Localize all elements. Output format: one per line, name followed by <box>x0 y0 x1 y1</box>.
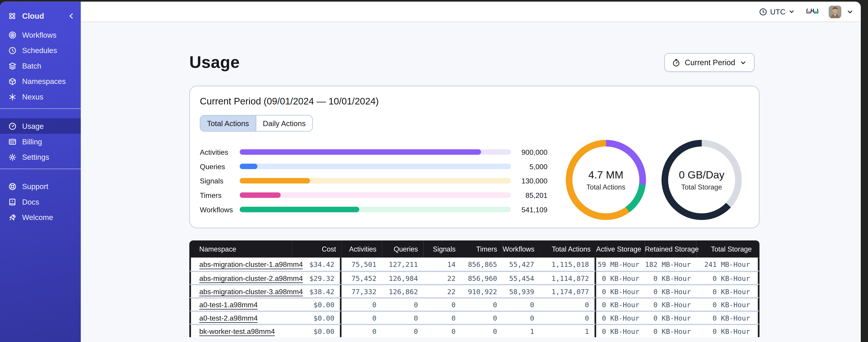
cell-cost: $0.00 <box>292 311 342 324</box>
sidebar-item-label: Welcome <box>22 213 53 221</box>
cell-activities: 75,501 <box>342 258 382 271</box>
bar-row-activities: Activities 900,000 <box>200 149 548 155</box>
sidebar-item-docs[interactable]: Docs <box>0 194 81 210</box>
timezone-label: UTC <box>770 7 785 16</box>
sidebar-item-nexus[interactable]: Nexus <box>0 89 81 104</box>
sidebar-brand-label: Cloud <box>22 11 44 20</box>
sidebar-item-settings[interactable]: Settings <box>0 149 81 165</box>
cell-total-actions: 1,115,018 <box>540 258 596 271</box>
cell-active-storage: 0 KB-Hour <box>596 271 645 284</box>
sidebar-item-label: Usage <box>22 122 44 130</box>
nexus-icon <box>8 92 17 101</box>
avatar[interactable] <box>829 5 841 18</box>
cell-active-storage: 0 KB-Hour <box>596 284 645 297</box>
cell-timers: 856,865 <box>461 258 503 271</box>
sidebar-collapse-icon[interactable] <box>67 12 75 20</box>
sidebar-item-usage[interactable]: Usage <box>0 118 81 134</box>
clock-icon <box>759 7 768 16</box>
cell-namespace: abs-migration-cluster-3.a98mm4 <box>189 284 292 297</box>
bar-value: 900,000 <box>511 148 548 156</box>
cell-workflows: 0 <box>503 311 540 324</box>
tab-daily-actions[interactable]: Daily Actions <box>255 115 312 131</box>
namespace-link[interactable]: abs-migration-cluster-3.a98mm4 <box>199 287 303 296</box>
cell-total-storage: 241 MB-Hour <box>696 258 759 271</box>
sidebar-item-billing[interactable]: Billing <box>0 134 81 149</box>
sidebar-item-label: Nexus <box>22 93 43 101</box>
col-header-total-storage[interactable]: Total Storage <box>696 240 759 258</box>
col-header-active-storage[interactable]: Active Storage <box>596 240 645 258</box>
sidebar-item-schedules[interactable]: Schedules <box>0 43 81 58</box>
col-header-signals[interactable]: Signals <box>423 240 461 258</box>
sidebar-item-batch[interactable]: Batch <box>0 58 81 73</box>
table-row: bk-worker-test.a98mm4 $0.00 0 0 0 0 1 1 … <box>189 324 760 337</box>
donut-center: 0 GB/Day Total Storage <box>668 146 735 213</box>
col-header-retained-storage[interactable]: Retained Storage <box>645 240 696 258</box>
namespace-link[interactable]: abs-migration-cluster-2.a98mm4 <box>199 274 303 282</box>
table-row: abs-migration-cluster-2.a98mm4 $29.32 75… <box>189 271 760 284</box>
bar-fill <box>240 149 481 155</box>
bar-fill <box>240 207 359 212</box>
cell-total-actions: 0 <box>540 297 596 311</box>
namespace-link[interactable]: a0-test-2.a98mm4 <box>199 314 257 322</box>
sidebar-item-label: Batch <box>22 62 41 70</box>
cell-retained-storage: 0 KB-Hour <box>645 271 696 284</box>
bar-value: 541,109 <box>511 205 548 214</box>
temporal-logo-icon <box>8 11 17 20</box>
cell-queries: 0 <box>382 297 424 311</box>
namespace-link[interactable]: bk-worker-test.a98mm4 <box>199 327 275 335</box>
bar-track <box>240 164 511 169</box>
sidebar-item-label: Namespaces <box>22 77 66 86</box>
sidebar-item-label: Schedules <box>22 46 57 55</box>
cell-activities: 0 <box>342 311 382 324</box>
col-header-timers[interactable]: Timers <box>461 240 503 258</box>
cell-active-storage: 0 KB-Hour <box>596 324 645 337</box>
welcome-rocket-icon <box>8 213 17 221</box>
cell-workflows: 1 <box>503 324 540 337</box>
billing-icon <box>8 137 17 146</box>
cell-activities: 0 <box>342 297 382 311</box>
cell-queries: 0 <box>382 324 424 337</box>
sidebar: Cloud Workflows Schedules Batch <box>0 2 81 342</box>
cell-activities: 77,332 <box>342 284 382 297</box>
namespace-link[interactable]: abs-migration-cluster-1.a98mm4 <box>199 260 303 269</box>
col-header-cost[interactable]: Cost <box>292 240 342 258</box>
desktop-background: Cloud Workflows Schedules Batch <box>0 0 868 342</box>
bar-value: 5,000 <box>511 162 548 171</box>
cell-namespace: a0-test-2.a98mm4 <box>189 311 292 324</box>
col-header-queries[interactable]: Queries <box>382 240 424 258</box>
docs-icon <box>8 197 17 206</box>
cell-activities: 75,452 <box>342 271 382 284</box>
sidebar-item-namespaces[interactable]: Namespaces <box>0 73 81 89</box>
cell-total-storage: 0 KB-Hour <box>696 284 759 297</box>
table-row: a0-test-1.a98mm4 $0.00 0 0 0 0 0 0 0 KB-… <box>189 297 760 311</box>
col-header-total-actions[interactable]: Total Actions <box>540 240 596 258</box>
cell-retained-storage: 0 KB-Hour <box>645 284 696 297</box>
col-header-activities[interactable]: Activities <box>342 240 382 258</box>
cell-signals: 22 <box>423 284 461 297</box>
tab-total-actions[interactable]: Total Actions <box>200 115 256 131</box>
cell-timers: 910,922 <box>461 284 503 297</box>
cell-timers: 0 <box>461 311 503 324</box>
timezone-selector[interactable]: UTC <box>759 7 795 16</box>
sidebar-brand[interactable]: Cloud <box>0 5 81 27</box>
cell-queries: 126,984 <box>382 271 424 284</box>
glasses-icon[interactable] <box>806 7 818 16</box>
cell-signals: 0 <box>423 311 461 324</box>
cell-workflows: 55,427 <box>503 258 540 271</box>
col-header-namespace[interactable]: Namespace <box>189 240 292 258</box>
sidebar-item-welcome[interactable]: Welcome <box>0 210 81 225</box>
total-storage-donut-chart: 0 GB/Day Total Storage <box>661 140 742 220</box>
sidebar-item-workflows[interactable]: Workflows <box>0 27 81 43</box>
sidebar-item-label: Support <box>22 182 48 191</box>
cell-queries: 126,862 <box>382 284 424 297</box>
donut-value: 4.7 MM <box>588 169 623 181</box>
cell-retained-storage: 0 KB-Hour <box>645 311 696 324</box>
namespace-link[interactable]: a0-test-1.a98mm4 <box>199 301 257 309</box>
bar-row-signals: Signals 130,000 <box>200 178 548 184</box>
sidebar-item-support[interactable]: Support <box>0 178 81 194</box>
period-selector-button[interactable]: Current Period <box>664 53 754 72</box>
bar-track <box>240 149 511 155</box>
account-menu-chevron-icon[interactable] <box>846 8 854 15</box>
cell-total-storage: 0 KB-Hour <box>696 271 759 284</box>
col-header-workflows[interactable]: Workflows <box>503 240 540 258</box>
